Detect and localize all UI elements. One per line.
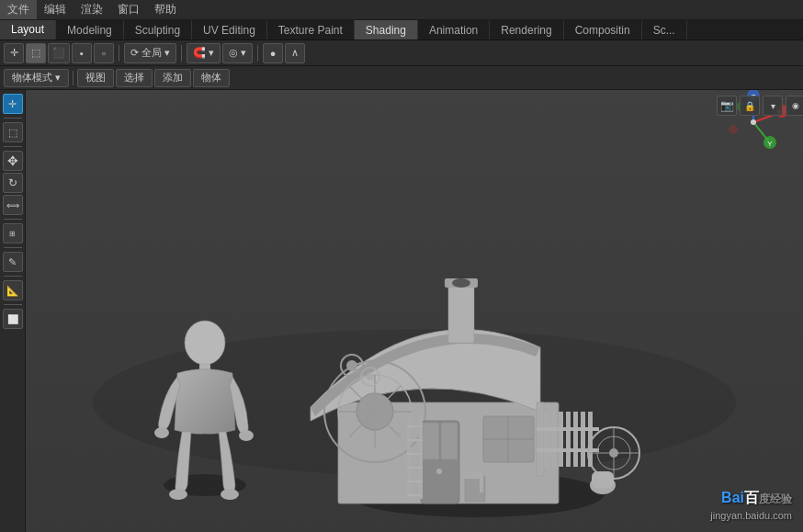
prop-icon: ◎ bbox=[229, 47, 238, 59]
transform-lt-btn[interactable]: ⊞ bbox=[3, 223, 23, 243]
svg-rect-36 bbox=[581, 412, 585, 467]
svg-point-8 bbox=[154, 427, 169, 438]
lt-sep3 bbox=[4, 219, 22, 220]
lt-sep4 bbox=[4, 247, 22, 248]
svg-point-72 bbox=[729, 125, 738, 134]
snap-icon: 🧲 bbox=[193, 47, 206, 59]
svg-point-59 bbox=[346, 360, 357, 371]
view-menu-btn[interactable]: 视图 bbox=[77, 69, 114, 87]
tab-modeling[interactable]: Modeling bbox=[56, 20, 124, 40]
toolbar: ✛ ⬚ ⬛ ▪ ▫ ⟳ 全局 ▾ 🧲 ▾ ◎ ▾ ● ∧ bbox=[0, 40, 803, 66]
svg-rect-34 bbox=[566, 412, 571, 467]
annotate-lt-btn[interactable]: ✎ bbox=[3, 252, 23, 272]
viewport-area: ✛ ⬚ ✥ ↻ ⟺ ⊞ ✎ 📐 ⬜ bbox=[0, 90, 803, 532]
camera-icon-btn[interactable]: 📷 bbox=[717, 96, 737, 116]
lt-sep2 bbox=[4, 146, 22, 147]
tab-more[interactable]: Sc... bbox=[642, 20, 687, 40]
menu-file[interactable]: 文件 bbox=[0, 0, 37, 19]
viewport-overlay-controls: 📷 🔒 ▾ ◉ ⊕ bbox=[717, 94, 799, 118]
menu-render[interactable]: 渲染 bbox=[74, 0, 110, 19]
view-dropdown[interactable]: ⟳ 全局 ▾ bbox=[124, 43, 176, 63]
svg-rect-31 bbox=[544, 412, 549, 467]
chevron-mode: ▾ bbox=[55, 72, 61, 84]
sep-h2-1 bbox=[73, 71, 74, 85]
grab-lt-btn[interactable]: ✥ bbox=[3, 151, 23, 171]
sep2 bbox=[181, 45, 182, 62]
top-menubar: 文件 编辑 渲染 窗口 帮助 bbox=[0, 0, 803, 20]
rotate-lt-btn[interactable]: ↻ bbox=[3, 173, 23, 193]
viewport-canvas[interactable]: X Y Z 📷 🔒 ▾ ◉ ⊕ Bai百 bbox=[26, 90, 803, 532]
svg-rect-49 bbox=[480, 474, 483, 492]
workspace-tabs: Layout Modeling Sculpting UV Editing Tex… bbox=[0, 20, 803, 40]
svg-point-61 bbox=[367, 373, 374, 380]
sep1 bbox=[119, 45, 119, 62]
tab-texturepaint[interactable]: Texture Paint bbox=[267, 20, 355, 40]
svg-rect-55 bbox=[407, 467, 423, 469]
svg-point-6 bbox=[185, 321, 225, 365]
chevron-snap: ▾ bbox=[209, 47, 214, 59]
select-lasso-btn[interactable]: ▪ bbox=[72, 43, 92, 63]
tab-compositing[interactable]: Compositin bbox=[564, 20, 642, 40]
scene-svg: X Y Z bbox=[26, 90, 803, 532]
svg-rect-32 bbox=[551, 412, 556, 467]
view-lock-btn[interactable]: 🔒 bbox=[740, 96, 760, 116]
shading-dropdown-btn[interactable]: ▾ bbox=[763, 96, 783, 116]
cursor-lt-btn[interactable]: ✛ bbox=[3, 94, 23, 114]
svg-point-11 bbox=[221, 489, 239, 500]
svg-point-71 bbox=[751, 119, 756, 125]
cursor-tool-btn[interactable]: ✛ bbox=[4, 43, 24, 63]
chevron-down-icon: ▾ bbox=[164, 47, 170, 59]
select-rect-btn[interactable]: ▫ bbox=[94, 43, 114, 63]
svg-rect-54 bbox=[407, 453, 423, 455]
scale-lt-btn[interactable]: ⟺ bbox=[3, 195, 23, 215]
shading-solid-btn[interactable]: ● bbox=[263, 43, 283, 63]
tab-rendering[interactable]: Rendering bbox=[490, 20, 563, 40]
view-label: 全局 bbox=[141, 46, 162, 60]
svg-rect-39 bbox=[537, 448, 599, 452]
overlay-btn[interactable]: ◉ bbox=[786, 96, 803, 116]
svg-rect-33 bbox=[559, 412, 563, 467]
svg-text:Y: Y bbox=[767, 140, 773, 148]
view-icon: ⟳ bbox=[130, 47, 139, 59]
svg-rect-24 bbox=[423, 423, 439, 459]
add-cube-lt-btn[interactable]: ⬜ bbox=[3, 309, 23, 329]
svg-rect-53 bbox=[407, 439, 423, 441]
svg-point-10 bbox=[169, 489, 187, 500]
select-circle-btn[interactable]: ⬛ bbox=[48, 43, 70, 63]
svg-rect-35 bbox=[573, 412, 578, 467]
svg-rect-38 bbox=[537, 427, 599, 431]
left-toolbar: ✛ ⬚ ✥ ↻ ⟺ ⊞ ✎ 📐 ⬜ bbox=[0, 90, 26, 532]
menu-edit[interactable]: 编辑 bbox=[37, 0, 74, 19]
snap-dropdown[interactable]: 🧲 ▾ bbox=[187, 43, 221, 63]
lt-sep5 bbox=[4, 276, 22, 277]
chevron-prop: ▾ bbox=[241, 47, 246, 59]
svg-rect-51 bbox=[419, 416, 423, 499]
object-mode-label: 物体模式 bbox=[12, 71, 52, 85]
select-lt-btn[interactable]: ⬚ bbox=[3, 122, 23, 142]
lt-sep1 bbox=[4, 118, 22, 119]
svg-rect-25 bbox=[441, 423, 458, 459]
tab-uvediting[interactable]: UV Editing bbox=[192, 20, 267, 40]
lt-sep6 bbox=[4, 304, 22, 305]
select-box-btn[interactable]: ⬚ bbox=[26, 43, 46, 63]
svg-rect-50 bbox=[407, 416, 411, 499]
object-mode-dropdown[interactable]: 物体模式 ▾ bbox=[4, 69, 69, 87]
measure-lt-btn[interactable]: 📐 bbox=[3, 280, 23, 300]
tab-shading[interactable]: Shading bbox=[355, 20, 418, 40]
menu-window[interactable]: 窗口 bbox=[110, 0, 147, 19]
svg-rect-13 bbox=[448, 283, 474, 343]
svg-point-15 bbox=[452, 278, 470, 288]
svg-point-9 bbox=[239, 430, 254, 441]
tab-sculpting[interactable]: Sculpting bbox=[124, 20, 192, 40]
tab-layout[interactable]: Layout bbox=[0, 20, 56, 40]
object-menu-btn[interactable]: 物体 bbox=[193, 69, 230, 87]
prop-dropdown[interactable]: ◎ ▾ bbox=[222, 43, 253, 63]
menu-help[interactable]: 帮助 bbox=[147, 0, 184, 19]
select-menu-btn[interactable]: 选择 bbox=[116, 69, 153, 87]
shading-wire-btn[interactable]: ∧ bbox=[285, 43, 305, 63]
tab-animation[interactable]: Animation bbox=[418, 20, 490, 40]
svg-point-26 bbox=[436, 469, 442, 474]
svg-rect-52 bbox=[407, 425, 423, 427]
add-menu-btn[interactable]: 添加 bbox=[154, 69, 191, 87]
svg-rect-56 bbox=[407, 481, 423, 482]
